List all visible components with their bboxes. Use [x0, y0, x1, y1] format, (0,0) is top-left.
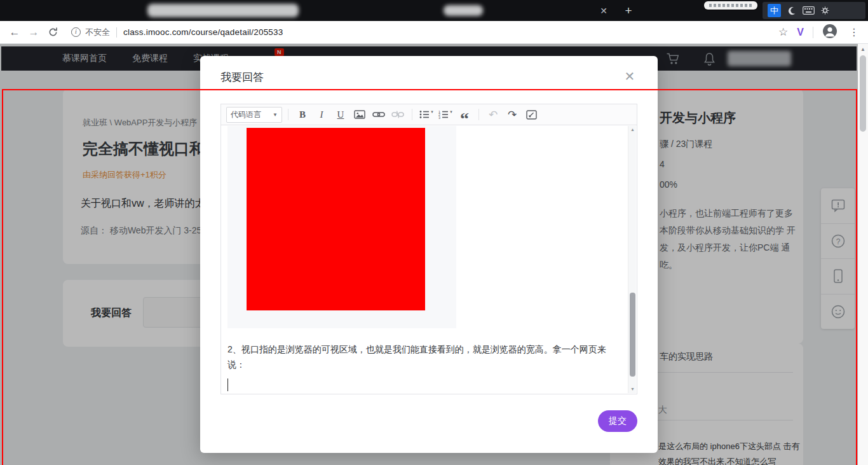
toolbar-separator	[478, 109, 479, 120]
profile-avatar[interactable]	[822, 24, 837, 41]
code-language-label: 代码语言	[231, 109, 261, 120]
editor-paragraph: 2、视口指的是浏览器的可视区域，也就是我们能直接看到的，就是浏览器的宽高。拿一个…	[227, 342, 618, 372]
submit-button[interactable]: 提交	[598, 410, 637, 432]
text-cursor	[227, 378, 228, 391]
moon-icon[interactable]	[787, 6, 796, 15]
ime-toolbar: 中	[763, 2, 865, 19]
numbered-list-button[interactable]: 123▾	[437, 106, 454, 123]
italic-button[interactable]: I	[313, 106, 330, 123]
bookmark-star-icon[interactable]: ☆	[778, 25, 788, 39]
insert-link-button[interactable]	[370, 106, 387, 123]
address-separator	[116, 27, 117, 38]
modal-close-icon[interactable]: ✕	[621, 67, 639, 85]
forward-button[interactable]: →	[24, 26, 43, 39]
ime-settings-icon[interactable]	[821, 6, 829, 15]
redo-button[interactable]: ↷	[504, 106, 520, 123]
redacted-tab[interactable]	[444, 5, 483, 16]
answer-modal: 我要回答 ✕ 代码语言 ▼ B I U ▾ 123▾ “ ↶	[200, 56, 658, 453]
browser-address-bar: ← → i 不安全 class.imooc.com/course/qadetai…	[0, 21, 868, 44]
remove-link-button[interactable]	[390, 106, 406, 123]
screen: ✕ + 中 ← → i 不安全 class.imooc.com/course/q…	[0, 0, 868, 465]
extension-icon[interactable]: V	[797, 27, 804, 38]
security-label: 不安全	[85, 27, 110, 38]
page-content: 慕课网首页 免费课程 实战课程 N 就业班 \ WebAPP开发与小程序 完全搞…	[0, 44, 858, 465]
bullet-list-button[interactable]: ▾	[418, 106, 435, 123]
chevron-down-icon: ▾	[431, 109, 433, 115]
toolbar-separator	[813, 27, 813, 38]
editor-toolbar: 代码语言 ▼ B I U ▾ 123▾ “ ↶ ↷	[220, 104, 637, 125]
modal-title: 我要回答	[220, 70, 264, 85]
editor-scrollbar-thumb[interactable]	[630, 293, 635, 377]
scroll-up-icon[interactable]: ▲	[628, 126, 637, 134]
inserted-image-container	[227, 126, 456, 328]
browser-menu-icon[interactable]: ⋮	[846, 26, 862, 38]
new-tab-button[interactable]: +	[621, 3, 636, 18]
code-language-dropdown[interactable]: 代码语言 ▼	[226, 107, 282, 123]
underline-button[interactable]: U	[332, 106, 349, 123]
chevron-down-icon: ▾	[450, 109, 452, 115]
tab-close-button[interactable]: ✕	[597, 4, 610, 17]
info-icon: i	[71, 27, 81, 37]
markdown-editor-button[interactable]	[523, 106, 539, 123]
reload-button[interactable]	[43, 27, 62, 38]
inserted-red-image[interactable]	[247, 128, 425, 310]
onscreen-keyboard-image	[704, 1, 757, 10]
editor-scrollbar[interactable]: ▲ ▼	[628, 126, 636, 393]
window-scrollbar-thumb[interactable]	[860, 55, 866, 132]
bold-button[interactable]: B	[294, 106, 311, 123]
chevron-down-icon: ▼	[273, 112, 278, 118]
scroll-down-icon[interactable]: ▼	[628, 385, 637, 393]
redacted-tab[interactable]	[147, 4, 299, 17]
insert-image-button[interactable]	[351, 106, 368, 123]
back-button[interactable]: ←	[5, 26, 24, 39]
scroll-up-icon[interactable]: ▲	[858, 46, 868, 52]
browser-tab-bar: ✕ + 中	[0, 0, 868, 21]
toolbar-separator	[288, 109, 288, 120]
site-security-chip[interactable]: i 不安全	[71, 27, 123, 38]
toolbar-separator	[412, 109, 412, 120]
window-scrollbar[interactable]: ▲	[858, 44, 868, 465]
blockquote-button[interactable]: “	[456, 106, 473, 123]
ime-language-button[interactable]: 中	[768, 4, 781, 17]
keyboard-icon[interactable]	[803, 6, 815, 15]
undo-button[interactable]: ↶	[485, 106, 501, 123]
rich-text-editor[interactable]: 2、视口指的是浏览器的可视区域，也就是我们能直接看到的，就是浏览器的宽高。拿一个…	[220, 125, 637, 394]
url-text[interactable]: class.imooc.com/course/qadetail/205533	[123, 27, 283, 37]
svg-text:3: 3	[438, 116, 440, 120]
